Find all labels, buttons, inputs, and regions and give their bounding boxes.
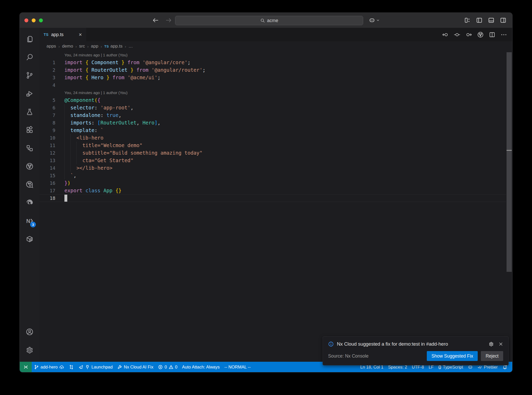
code-line-4[interactable]: 4 xyxy=(39,81,506,89)
git-blame-annotation[interactable]: You, 24 minutes ago | 1 author (You) xyxy=(39,89,506,96)
activity-testing[interactable] xyxy=(20,103,39,121)
breadcrumb-item[interactable]: demo xyxy=(62,44,73,49)
activity-containers[interactable] xyxy=(20,230,39,248)
tab-app-ts[interactable]: TS app.ts ✕ xyxy=(39,28,86,41)
breadcrumb-item[interactable]: app xyxy=(91,44,98,49)
activity-nx-console[interactable]: N3 xyxy=(20,212,39,230)
breadcrumb-label: demo xyxy=(62,44,73,49)
code-line-13[interactable]: 13 cta="Get Started" xyxy=(39,157,506,164)
notification-settings-icon[interactable] xyxy=(489,341,494,347)
code-line-14[interactable]: 14 ></lib-hero> xyxy=(39,164,506,172)
code-line-15[interactable]: 15 `, xyxy=(39,172,506,179)
code-line-2[interactable]: 2import { RouterOutlet } from '@angular/… xyxy=(39,66,506,74)
git-graph-view-button[interactable] xyxy=(476,31,484,38)
activity-run-debug[interactable] xyxy=(20,84,39,103)
toggle-panel-left-button[interactable] xyxy=(475,16,483,24)
code-line-9[interactable]: 9 template: ` xyxy=(39,127,506,134)
activity-source-control[interactable] xyxy=(20,66,39,84)
code-line-6[interactable]: 6 selector: 'app-root', xyxy=(39,104,506,111)
code-line-11[interactable]: 11 title="Welcmoe demo" xyxy=(39,142,506,149)
breadcrumb-item[interactable]: … xyxy=(128,44,133,49)
reject-button[interactable]: Reject xyxy=(481,351,503,361)
explorer-icon xyxy=(26,35,34,43)
line-number[interactable]: 18 xyxy=(39,194,55,202)
line-number[interactable]: 11 xyxy=(39,142,55,149)
code-line-5[interactable]: 5@Component({ xyxy=(39,96,506,104)
line-number[interactable]: 5 xyxy=(39,96,55,104)
code-line-7[interactable]: 7 standalone: true, xyxy=(39,111,506,119)
notification-close-icon[interactable] xyxy=(498,342,503,346)
nav-current-button[interactable] xyxy=(453,31,461,38)
code-text: `, xyxy=(64,172,76,179)
status-git-branch[interactable]: add-hero xyxy=(32,362,66,372)
activity-search[interactable] xyxy=(20,48,39,66)
more-actions-button[interactable] xyxy=(500,31,508,38)
line-number[interactable]: 12 xyxy=(39,149,55,157)
line-number[interactable]: 2 xyxy=(39,66,55,74)
code-line-18[interactable]: 18 xyxy=(39,194,506,202)
activity-gitlens-search[interactable] xyxy=(20,175,39,194)
breadcrumb-item[interactable]: src xyxy=(79,44,85,49)
breadcrumb-item[interactable]: TSapp.ts xyxy=(104,44,122,49)
containers-icon xyxy=(26,235,34,243)
copilot-menu[interactable] xyxy=(369,13,380,28)
code-line-17[interactable]: 17export class App {} xyxy=(39,187,506,194)
breadcrumb-item[interactable]: apps xyxy=(46,44,56,49)
zoom-window-button[interactable] xyxy=(39,18,43,22)
line-number[interactable]: 1 xyxy=(39,59,55,66)
line-number[interactable]: 4 xyxy=(39,81,55,89)
close-tab-icon[interactable]: ✕ xyxy=(79,32,82,37)
nav-back-button[interactable] xyxy=(441,31,449,38)
scrollbar-thumb[interactable] xyxy=(507,52,512,272)
activity-project-hierarchy[interactable] xyxy=(20,139,39,157)
status-remote-indicator[interactable] xyxy=(20,362,32,372)
status-vim-mode[interactable]: -- NORMAL -- xyxy=(222,362,253,372)
status-nx-cloud-ai-fix[interactable]: Nx Cloud AI Fix xyxy=(115,362,156,372)
breadcrumb-separator-icon: › xyxy=(87,44,89,49)
minimize-window-button[interactable] xyxy=(32,18,36,22)
toggle-panel-right-button[interactable] xyxy=(499,16,507,24)
customize-layout-button[interactable] xyxy=(463,16,471,24)
history-forward-button[interactable] xyxy=(165,16,172,24)
layout-controls xyxy=(463,13,507,28)
git-blame-annotation[interactable]: You, 24 minutes ago | 1 author (You) xyxy=(39,51,506,59)
line-number[interactable]: 3 xyxy=(39,74,55,81)
code-text: export class App {} xyxy=(64,187,122,194)
code-line-1[interactable]: 1import { Component } from '@angular/cor… xyxy=(39,59,506,66)
activity-accounts[interactable] xyxy=(20,323,39,341)
status-launchpad[interactable]: Launchpad xyxy=(76,362,115,372)
overview-cursor-mark xyxy=(507,150,512,151)
history-back-button[interactable] xyxy=(152,16,159,24)
activity-explorer[interactable] xyxy=(20,30,39,48)
status-problems[interactable]: 00 xyxy=(156,362,179,372)
split-editor-button[interactable] xyxy=(488,31,496,38)
close-window-button[interactable] xyxy=(24,18,28,22)
show-suggested-fix-button[interactable]: Show Suggested Fix xyxy=(427,351,478,361)
line-number[interactable]: 14 xyxy=(39,164,55,172)
toggle-panel-bottom-button[interactable] xyxy=(487,16,495,24)
line-number[interactable]: 17 xyxy=(39,187,55,194)
line-number[interactable]: 6 xyxy=(39,104,55,111)
code-line-16[interactable]: 16}) xyxy=(39,179,506,187)
line-number[interactable]: 16 xyxy=(39,179,55,187)
status-auto-attach[interactable]: Auto Attach: Always xyxy=(180,362,222,372)
code-line-12[interactable]: 12 subtitle="Build something amazing tod… xyxy=(39,149,506,157)
line-number[interactable]: 8 xyxy=(39,119,55,127)
line-number[interactable]: 15 xyxy=(39,172,55,179)
line-number[interactable]: 9 xyxy=(39,127,55,134)
nav-forward-button[interactable] xyxy=(465,31,473,38)
code-line-3[interactable]: 3import { Hero } from '@acme/ui'; xyxy=(39,74,506,81)
activity-manage-settings[interactable] xyxy=(20,341,39,359)
text-cursor xyxy=(64,195,67,202)
line-number[interactable]: 7 xyxy=(39,111,55,119)
activity-git-graph[interactable] xyxy=(20,157,39,175)
activity-extensions[interactable] xyxy=(20,121,39,139)
code-line-10[interactable]: 10 <lib-hero xyxy=(39,134,506,142)
command-center-search[interactable]: acme xyxy=(175,16,363,25)
line-number[interactable]: 13 xyxy=(39,157,55,164)
status-git-compare[interactable] xyxy=(66,362,76,372)
line-number[interactable]: 10 xyxy=(39,134,55,142)
code-line-8[interactable]: 8 imports: [RouterOutlet, Hero], xyxy=(39,119,506,127)
activity-edge-browser[interactable] xyxy=(20,194,39,212)
toggle-panel-left-icon xyxy=(476,17,483,24)
